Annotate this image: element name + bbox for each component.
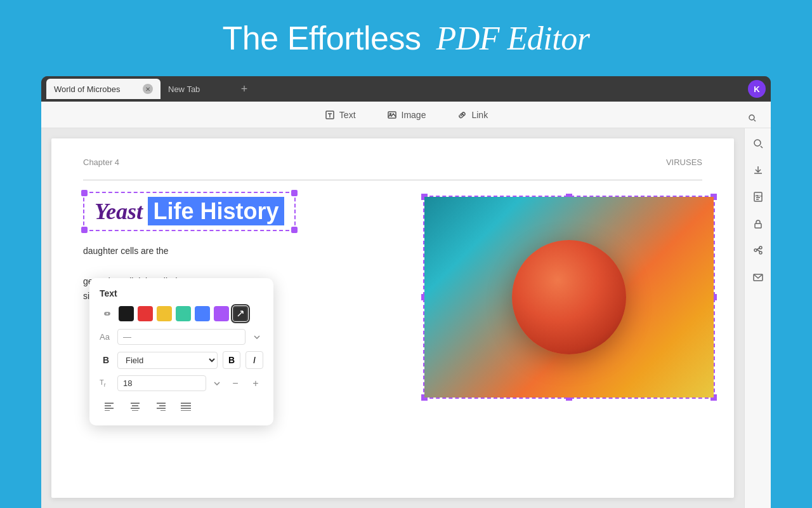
handle-br[interactable] xyxy=(291,227,298,233)
pdf-document: Chapter 4 VIRUSES Yeast Life History dau… xyxy=(51,138,734,498)
color-purple[interactable] xyxy=(214,306,229,321)
font-size-row: Aa — xyxy=(100,329,263,345)
toolbar-link[interactable]: Link xyxy=(451,107,493,123)
mail-icon[interactable] xyxy=(749,268,767,286)
handle-tl[interactable] xyxy=(81,190,88,196)
chevron-down-icon[interactable] xyxy=(251,330,263,345)
color-blue[interactable] xyxy=(195,306,210,321)
lock-icon[interactable] xyxy=(749,215,767,232)
banner-title-cursive: PDF Editor xyxy=(436,20,589,57)
browser-window: World of Microbes ✕ New Tab + K Text xyxy=(41,76,771,508)
font-family-select[interactable]: Field Arial Georgia xyxy=(117,352,218,369)
browser-titlebar: World of Microbes ✕ New Tab + K xyxy=(41,76,771,102)
new-tab-button[interactable]: + xyxy=(237,81,252,97)
yeast-text: Yeast xyxy=(95,199,143,224)
right-sidebar: PDF/A xyxy=(744,128,771,508)
svg-point-25 xyxy=(759,251,762,254)
tab-label: World of Microbes xyxy=(54,84,121,94)
color-black[interactable] xyxy=(119,306,134,321)
viruses-label: VIRUSES xyxy=(666,157,702,167)
svg-text:PDF/A: PDF/A xyxy=(755,194,763,197)
image-icon xyxy=(386,109,398,121)
text-panel: Text xyxy=(89,278,273,425)
share-icon[interactable] xyxy=(749,241,767,259)
font-size-stepper[interactable]: 18 xyxy=(117,375,206,391)
link-icon xyxy=(456,109,468,121)
life-history-text: Life History xyxy=(148,197,284,225)
align-center-button[interactable] xyxy=(125,398,145,415)
font-size-increase[interactable]: + xyxy=(248,376,263,391)
toolbar-text[interactable]: Text xyxy=(319,107,361,123)
banner-title: The Effortless PDF Editor xyxy=(223,19,590,57)
color-yellow[interactable] xyxy=(157,306,172,321)
font-size-decrease[interactable]: − xyxy=(228,376,243,391)
chapter-label: Chapter 4 xyxy=(83,157,119,167)
avatar: K xyxy=(748,80,766,98)
font-size-dash: — xyxy=(123,332,131,342)
tab-close-button[interactable]: ✕ xyxy=(143,84,153,94)
color-custom[interactable] xyxy=(233,306,248,321)
sphere xyxy=(512,240,626,354)
font-size-value: 18 xyxy=(123,378,132,388)
font-size-stepper-row: Tr 18 − + xyxy=(100,375,263,391)
tab-new[interactable]: New Tab xyxy=(160,79,237,99)
svg-rect-23 xyxy=(755,224,761,228)
italic-button[interactable]: I xyxy=(246,351,263,369)
pdf-export-icon[interactable]: PDF/A xyxy=(749,188,767,206)
tab-world-of-microbes[interactable]: World of Microbes ✕ xyxy=(46,79,160,99)
svg-point-24 xyxy=(759,246,762,249)
text-panel-title: Text xyxy=(100,288,263,298)
pdf-header: Chapter 4 VIRUSES xyxy=(83,157,702,167)
toolbar-image[interactable]: Image xyxy=(381,107,431,123)
font-size-input[interactable]: — xyxy=(117,329,246,345)
color-row xyxy=(100,306,263,321)
image-selection-box[interactable] xyxy=(423,196,715,399)
handle-tr[interactable] xyxy=(291,190,298,196)
svg-point-26 xyxy=(754,249,757,251)
toolbar-image-label: Image xyxy=(402,110,426,120)
search-button[interactable] xyxy=(743,109,762,128)
top-banner: The Effortless PDF Editor xyxy=(0,0,812,76)
color-teal[interactable] xyxy=(176,306,191,321)
browser-toolbar: Text Image Link xyxy=(41,102,771,128)
align-left-button[interactable] xyxy=(100,398,120,415)
handle-bl[interactable] xyxy=(81,227,88,233)
align-justify-button[interactable] xyxy=(176,398,196,415)
font-size-select-chevron[interactable] xyxy=(211,378,223,389)
new-tab-label: New Tab xyxy=(168,84,200,94)
color-red[interactable] xyxy=(138,306,153,321)
alignment-row xyxy=(100,398,263,415)
banner-title-regular: The Effortless xyxy=(223,20,421,57)
text-icon xyxy=(324,109,336,121)
align-right-button[interactable] xyxy=(150,398,171,415)
color-link-icon xyxy=(100,306,115,321)
font-family-row: B Field Arial Georgia B I xyxy=(100,351,263,369)
bold-icon: B xyxy=(100,351,112,369)
toolbar-text-label: Text xyxy=(339,110,356,120)
download-icon[interactable] xyxy=(749,161,767,179)
svg-point-20 xyxy=(754,140,761,146)
font-size-label: Tr xyxy=(100,378,112,388)
gradient-image xyxy=(424,197,714,398)
search-icon[interactable] xyxy=(749,135,767,152)
svg-point-3 xyxy=(749,115,754,120)
text-selection-box[interactable]: Yeast Life History xyxy=(83,192,296,231)
font-size-icon-label: Aa xyxy=(100,332,112,342)
bold-button[interactable]: B xyxy=(223,351,240,369)
toolbar-link-label: Link xyxy=(471,110,488,120)
browser-content: Chapter 4 VIRUSES Yeast Life History dau… xyxy=(41,128,771,508)
